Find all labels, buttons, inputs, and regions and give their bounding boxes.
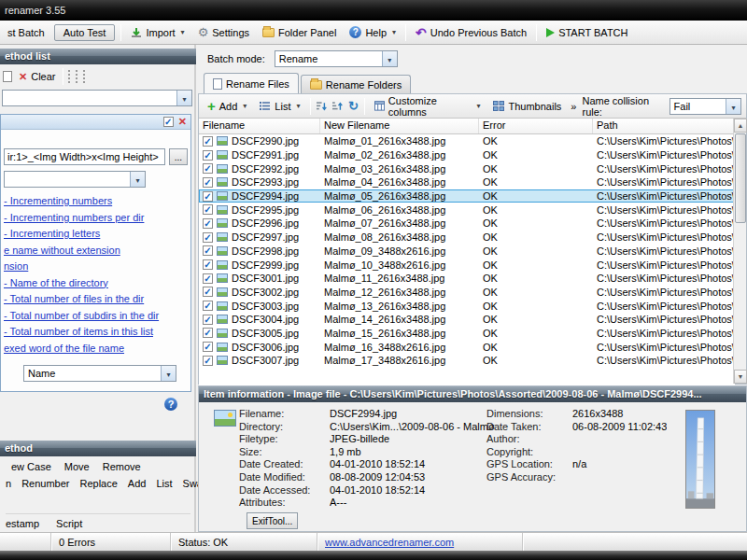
method-help-button[interactable]: ? — [164, 398, 177, 411]
column-header-path[interactable]: Path — [593, 119, 735, 133]
column-header-error[interactable]: Error — [479, 119, 593, 133]
scroll-up-button[interactable]: ▲ — [734, 119, 747, 133]
tag-link[interactable]: - Total number of files in the dir — [4, 291, 189, 308]
settings-button[interactable]: ⚙ Settings — [194, 24, 253, 40]
row-checkbox[interactable] — [203, 328, 213, 338]
clear-methods-button[interactable]: ✕ Clear — [17, 71, 58, 83]
table-row[interactable]: DSCF3007.jpgMalmø_17_3488x2616.jpgOKC:\U… — [199, 354, 735, 368]
dropdown-arrow-icon[interactable] — [130, 172, 145, 187]
tag-link[interactable]: exed word of the file name — [4, 341, 189, 357]
add-method-button[interactable]: Replace — [79, 478, 117, 489]
add-method-button[interactable]: n — [6, 478, 11, 489]
tab-rename-folders[interactable]: Rename Folders — [301, 75, 411, 93]
table-row[interactable]: DSCF2997.jpgMalmø_08_2616x3488.jpgOKC:\U… — [199, 231, 735, 245]
add-method-button[interactable]: Script — [56, 518, 82, 529]
close-method-icon[interactable]: ✕ — [178, 116, 187, 128]
add-method-button[interactable]: estamp — [6, 518, 39, 529]
table-row[interactable]: DSCF3005.jpgMalmø_15_2616x3488.jpgOKC:\U… — [199, 327, 735, 341]
add-method-button[interactable]: Renumber — [21, 478, 69, 489]
row-checkbox[interactable] — [203, 301, 213, 311]
table-row[interactable]: DSCF2996.jpgMalmø_07_2616x3488.jpgOKC:\U… — [199, 217, 735, 231]
add-method-button[interactable]: ew Case — [11, 461, 51, 472]
batch-mode-select[interactable]: Rename — [275, 50, 398, 67]
row-checkbox[interactable] — [203, 245, 213, 256]
row-checkbox[interactable] — [203, 315, 213, 325]
scroll-down-button[interactable]: ▼ — [734, 370, 747, 384]
add-files-button[interactable]: + Add — [204, 99, 250, 114]
column-header-filename[interactable]: Filename — [199, 119, 320, 133]
method-enabled-checkbox[interactable] — [163, 117, 174, 127]
add-method-button[interactable]: Move — [64, 461, 90, 472]
pattern-browse-button[interactable]: ... — [169, 148, 188, 165]
table-row[interactable]: DSCF3002.jpgMalmø_12_2616x3488.jpgOKC:\U… — [199, 286, 735, 300]
sort-ascending-icon[interactable] — [317, 101, 327, 112]
titlebar[interactable]: renamer 3.55 — [0, 0, 747, 21]
table-row[interactable]: DSCF2990.jpgMalmø_01_2616x3488.jpgOKC:\U… — [199, 134, 735, 148]
list-menu-button[interactable]: List — [256, 99, 303, 114]
table-row[interactable]: DSCF3001.jpgMalmø_11_2616x3488.jpgOKC:\U… — [199, 272, 735, 286]
test-batch-button[interactable]: st Batch — [4, 25, 49, 40]
new-method-icon[interactable] — [3, 71, 12, 82]
scrollbar-thumb[interactable] — [735, 133, 746, 223]
table-row[interactable]: DSCF2993.jpgMalmø_04_2616x3488.jpgOKC:\U… — [199, 175, 735, 189]
row-checkbox[interactable] — [203, 204, 213, 215]
add-method-button[interactable]: List — [156, 478, 172, 489]
table-row[interactable]: DSCF2999.jpgMalmø_10_3488x2616.jpgOKC:\U… — [199, 258, 735, 272]
pattern-input[interactable] — [4, 148, 165, 165]
row-checkbox[interactable] — [203, 136, 213, 147]
tab-rename-files[interactable]: Rename Files — [204, 73, 299, 93]
dropdown-arrow-icon[interactable] — [382, 51, 397, 66]
undo-previous-batch-button[interactable]: ↶ Undo Previous Batch — [412, 25, 530, 40]
row-checkbox[interactable] — [203, 163, 213, 174]
tag-link[interactable]: - Incrementing letters — [4, 226, 189, 243]
row-checkbox[interactable] — [203, 342, 213, 352]
tag-link[interactable]: - Total number of subdirs in the dir — [4, 308, 189, 325]
tag-link[interactable]: - Incrementing numbers per dir — [4, 210, 189, 227]
table-row[interactable]: DSCF2998.jpgMalmø_09_3488x2616.jpgOKC:\U… — [199, 245, 735, 259]
tag-link[interactable]: - Name of the directory — [4, 275, 189, 292]
tag-link[interactable]: - Incrementing numbers — [4, 193, 189, 210]
row-checkbox[interactable] — [203, 232, 213, 243]
table-row[interactable]: DSCF3004.jpgMalmø_14_2616x3488.jpgOKC:\U… — [199, 313, 735, 327]
auto-test-toggle[interactable]: Auto Test — [54, 24, 116, 41]
row-checkbox[interactable] — [203, 356, 213, 366]
table-row[interactable]: DSCF2992.jpgMalmø_03_2616x3488.jpgOKC:\U… — [199, 161, 735, 175]
sort-descending-icon[interactable] — [332, 101, 343, 112]
toolbar-overflow-button[interactable]: » — [571, 101, 576, 112]
row-checkbox[interactable] — [203, 177, 213, 188]
vertical-scrollbar[interactable]: ▲ ▼ — [733, 119, 746, 384]
row-checkbox[interactable] — [203, 150, 213, 161]
tag-link[interactable]: e name without extension — [4, 243, 189, 259]
dropdown-arrow-icon[interactable] — [161, 366, 176, 381]
row-checkbox[interactable] — [203, 191, 213, 202]
help-menu-button[interactable]: ? Help — [345, 24, 400, 40]
column-header-new-filename[interactable]: New Filename — [320, 119, 479, 133]
row-checkbox[interactable] — [203, 273, 213, 284]
start-batch-button[interactable]: START BATCH — [543, 25, 631, 40]
table-row[interactable]: DSCF3003.jpgMalmø_13_2616x3488.jpgOKC:\U… — [199, 299, 735, 313]
website-link[interactable]: www.advancedrenamer.com — [325, 537, 454, 548]
name-mode-select[interactable]: Name — [23, 365, 176, 382]
row-checkbox[interactable] — [203, 287, 213, 297]
dropdown-arrow-icon[interactable] — [726, 99, 740, 114]
folder-panel-button[interactable]: Folder Panel — [259, 25, 340, 40]
row-checkbox[interactable] — [203, 259, 213, 270]
thumbnails-button[interactable]: Thumbnails — [489, 99, 565, 114]
add-method-button[interactable]: Remove — [103, 461, 141, 472]
apply-to-select[interactable] — [4, 171, 146, 188]
dropdown-arrow-icon[interactable] — [176, 91, 191, 105]
table-row[interactable]: DSCF2994.jpgMalmø_05_2616x3488.jpgOKC:\U… — [199, 189, 735, 203]
tag-link[interactable]: nsion — [4, 259, 189, 275]
method-preset-select[interactable] — [2, 90, 192, 106]
collision-rule-select[interactable]: Fail — [669, 98, 741, 115]
table-row[interactable]: DSCF3006.jpgMalmø_16_3488x2616.jpgOKC:\U… — [199, 340, 735, 354]
refresh-icon[interactable]: ↻ — [348, 101, 359, 112]
import-menu-button[interactable]: Import — [127, 25, 188, 40]
row-checkbox[interactable] — [203, 218, 213, 229]
table-row[interactable]: DSCF2995.jpgMalmø_06_2616x3488.jpgOKC:\U… — [199, 203, 735, 217]
table-row[interactable]: DSCF2991.jpgMalmø_02_2616x3488.jpgOKC:\U… — [199, 148, 735, 162]
add-method-button[interactable]: Add — [128, 478, 147, 489]
customize-columns-button[interactable]: Customize columns — [371, 93, 485, 119]
exiftool-button[interactable]: ExifTool... — [247, 512, 298, 529]
tag-link[interactable]: - Total number of items in this list — [4, 324, 189, 341]
